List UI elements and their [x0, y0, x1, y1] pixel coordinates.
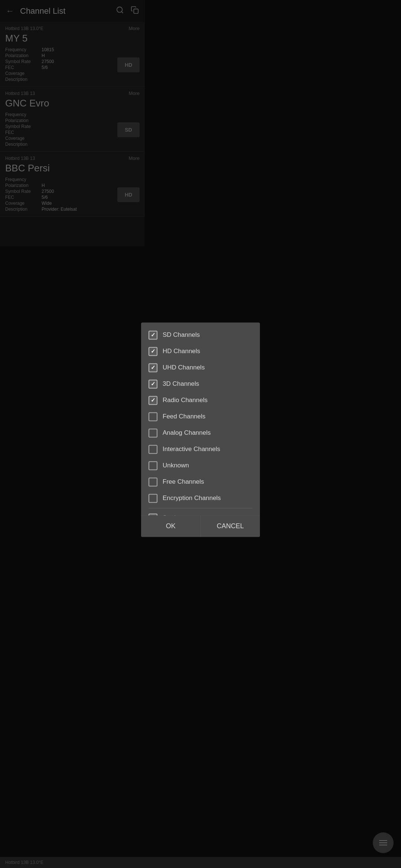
overlay-backdrop — [0, 0, 145, 313]
